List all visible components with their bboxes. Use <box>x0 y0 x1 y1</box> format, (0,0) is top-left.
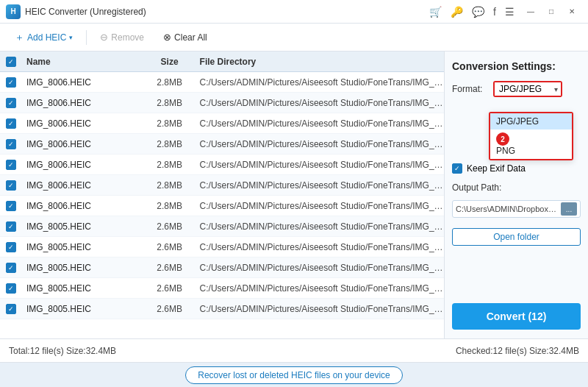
convert-button[interactable]: Convert (12) <box>452 303 581 330</box>
row-check: ✓ <box>0 283 22 294</box>
file-size: 2.6MB <box>144 221 196 232</box>
row-check: ✓ <box>0 201 22 211</box>
format-select-wrapper: JPG/JPEG PNG ▾ <box>493 81 562 97</box>
table-row[interactable]: ✓ IMG_8005.HEIC 2.6MB C:/Users/ADMIN/Pic… <box>0 216 444 237</box>
keep-exif-row: ✓ Keep Exif Data <box>452 163 581 174</box>
file-checkbox[interactable]: ✓ <box>6 77 16 88</box>
row-check: ✓ <box>0 160 22 170</box>
file-dir: C:/Users/ADMIN/Pictures/Aiseesoft Studio… <box>196 160 444 170</box>
table-row[interactable]: ✓ IMG_8006.HEIC 2.8MB C:/Users/ADMIN/Pic… <box>0 175 444 196</box>
table-row[interactable]: ✓ IMG_8006.HEIC 2.8MB C:/Users/ADMIN/Pic… <box>0 134 444 155</box>
file-name: IMG_8006.HEIC <box>22 98 144 108</box>
format-select[interactable]: JPG/JPEG PNG <box>495 82 561 96</box>
row-check: ✓ <box>0 139 22 149</box>
row-check: ✓ <box>0 221 22 232</box>
file-checkbox[interactable]: ✓ <box>6 304 16 314</box>
clear-all-button[interactable]: ⊗ Clear All <box>156 29 215 46</box>
title-bar: H HEIC Converter (Unregistered) 🛒 🔑 💬 f … <box>0 0 588 24</box>
file-checkbox[interactable]: ✓ <box>6 263 16 273</box>
file-checkbox[interactable]: ✓ <box>6 98 16 108</box>
file-name: IMG_8006.HEIC <box>22 180 144 191</box>
table-row[interactable]: ✓ IMG_8006.HEIC 2.8MB C:/Users/ADMIN/Pic… <box>0 72 444 93</box>
remove-button[interactable]: ⊖ Remove <box>93 29 151 46</box>
table-row[interactable]: ✓ IMG_8006.HEIC 2.8MB C:/Users/ADMIN/Pic… <box>0 93 444 113</box>
file-checkbox[interactable]: ✓ <box>6 221 16 232</box>
app-logo: H <box>6 4 21 19</box>
toolbar: ＋ Add HEIC ▾ ⊖ Remove ⊗ Clear All <box>0 24 588 52</box>
table-row[interactable]: ✓ IMG_8005.HEIC 2.6MB C:/Users/ADMIN/Pic… <box>0 278 444 299</box>
file-size: 2.6MB <box>144 263 196 273</box>
table-row[interactable]: ✓ IMG_8005.HEIC 2.6MB C:/Users/ADMIN/Pic… <box>0 237 444 258</box>
close-button[interactable]: ✕ <box>562 4 582 20</box>
table-row[interactable]: ✓ IMG_8005.HEIC 2.6MB C:/Users/ADMIN/Pic… <box>0 258 444 278</box>
file-dir: C:/Users/ADMIN/Pictures/Aiseesoft Studio… <box>196 139 444 149</box>
file-checkbox[interactable]: ✓ <box>6 242 16 252</box>
facebook-icon[interactable]: f <box>493 6 496 18</box>
status-checked: Checked:12 file(s) Size:32.4MB <box>294 346 579 356</box>
file-name: IMG_8005.HEIC <box>22 304 144 314</box>
file-size: 2.6MB <box>144 283 196 294</box>
row-check: ✓ <box>0 180 22 191</box>
file-checkbox[interactable]: ✓ <box>6 118 16 129</box>
output-path-text: C:\Users\ADMIN\Dropbox\PC\ <box>456 205 558 213</box>
browse-button[interactable]: ... <box>561 202 577 216</box>
file-dir: C:/Users/ADMIN/Pictures/Aiseesoft Studio… <box>196 77 444 88</box>
file-checkbox[interactable]: ✓ <box>6 160 16 170</box>
row-check: ✓ <box>0 118 22 129</box>
file-name: IMG_8006.HEIC <box>22 160 144 170</box>
file-name: IMG_8005.HEIC <box>22 263 144 273</box>
output-path-label: Output Path: <box>452 182 581 193</box>
select-all-checkbox[interactable]: ✓ <box>6 57 16 67</box>
file-checkbox[interactable]: ✓ <box>6 139 16 149</box>
table-row[interactable]: ✓ IMG_8006.HEIC 2.8MB C:/Users/ADMIN/Pic… <box>0 196 444 216</box>
status-bar: Total:12 file(s) Size:32.4MB Checked:12 … <box>0 338 588 362</box>
file-checkbox[interactable]: ✓ <box>6 201 16 211</box>
maximize-button[interactable]: □ <box>541 4 562 20</box>
row-check: ✓ <box>0 98 22 108</box>
format-row: Format: JPG/JPEG PNG ▾ <box>452 81 581 97</box>
header-check: ✓ <box>0 57 22 67</box>
file-dir: C:/Users/ADMIN/Pictures/Aiseesoft Studio… <box>196 118 444 129</box>
format-dropdown-popup: JPG/JPEG 2 PNG <box>489 112 573 160</box>
file-name: IMG_8005.HEIC <box>22 242 144 252</box>
status-total: Total:12 file(s) Size:32.4MB <box>9 346 294 356</box>
file-size: 2.8MB <box>144 180 196 191</box>
add-heic-button[interactable]: ＋ Add HEIC ▾ <box>7 28 80 47</box>
menu-icon[interactable]: ☰ <box>505 6 514 18</box>
file-dir: C:/Users/ADMIN/Pictures/Aiseesoft Studio… <box>196 98 444 108</box>
title-bar-icons: 🛒 🔑 💬 f ☰ <box>429 6 514 18</box>
table-row[interactable]: ✓ IMG_8006.HEIC 2.8MB C:/Users/ADMIN/Pic… <box>0 155 444 175</box>
file-dir: C:/Users/ADMIN/Pictures/Aiseesoft Studio… <box>196 180 444 191</box>
format-label: Format: <box>452 84 489 94</box>
dropdown-option-jpg[interactable]: JPG/JPEG <box>490 113 572 129</box>
file-name: IMG_8006.HEIC <box>22 77 144 88</box>
cart-icon[interactable]: 🛒 <box>429 6 442 18</box>
file-dir: C:/Users/ADMIN/Pictures/Aiseesoft Studio… <box>196 201 444 211</box>
table-row[interactable]: ✓ IMG_8006.HEIC 2.8MB C:/Users/ADMIN/Pic… <box>0 113 444 134</box>
file-list-area: ✓ Name Size File Directory ✓ IMG_8006.HE… <box>0 52 445 338</box>
row-check: ✓ <box>0 242 22 252</box>
file-size: 2.8MB <box>144 77 196 88</box>
recover-button[interactable]: Recover lost or deleted HEIC files on yo… <box>185 366 402 384</box>
row-check: ✓ <box>0 77 22 88</box>
table-header: ✓ Name Size File Directory <box>0 52 444 72</box>
file-checkbox[interactable]: ✓ <box>6 180 16 191</box>
app-title: HEIC Converter (Unregistered) <box>25 7 429 17</box>
file-dir: C:/Users/ADMIN/Pictures/Aiseesoft Studio… <box>196 263 444 273</box>
chat-icon[interactable]: 💬 <box>472 6 484 18</box>
file-size: 2.8MB <box>144 160 196 170</box>
file-checkbox[interactable]: ✓ <box>6 283 16 294</box>
file-size: 2.8MB <box>144 118 196 129</box>
key-icon[interactable]: 🔑 <box>451 6 463 18</box>
file-size: 2.6MB <box>144 242 196 252</box>
table-row[interactable]: ✓ IMG_8005.HEIC 2.6MB C:/Users/ADMIN/Pic… <box>0 299 444 319</box>
minimize-button[interactable]: — <box>520 4 541 20</box>
settings-title: Conversion Settings: <box>452 60 581 72</box>
dropdown-option-png[interactable]: 2 PNG <box>490 129 572 159</box>
keep-exif-checkbox[interactable]: ✓ <box>452 163 462 174</box>
file-size: 2.8MB <box>144 98 196 108</box>
file-name: IMG_8006.HEIC <box>22 118 144 129</box>
header-dir: File Directory <box>196 57 444 67</box>
minus-circle-icon: ⊖ <box>100 32 108 43</box>
open-folder-button[interactable]: Open folder <box>452 228 581 246</box>
